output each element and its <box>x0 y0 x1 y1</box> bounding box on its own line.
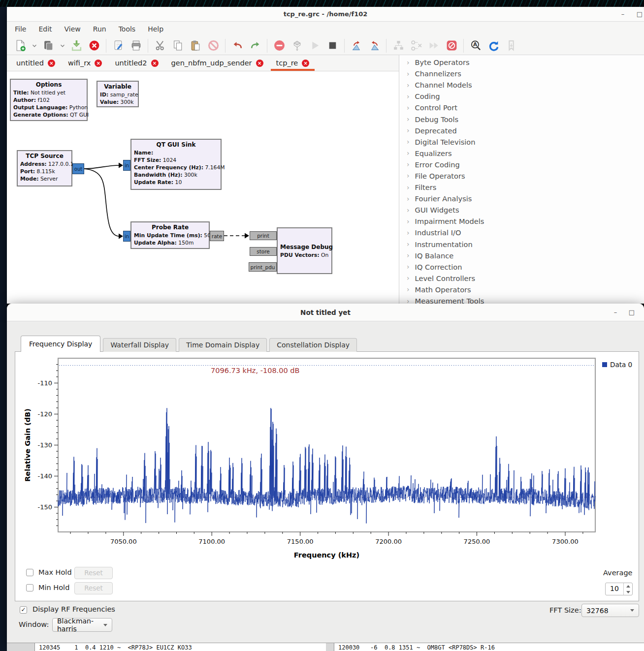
bookmark-icon[interactable] <box>504 38 518 53</box>
fft-size-dropdown[interactable]: 32768 <box>581 604 639 617</box>
spin-down-icon[interactable] <box>624 589 632 595</box>
chevron-right-icon[interactable]: › <box>407 115 410 123</box>
port-print_pdu[interactable]: print_pdu <box>249 262 277 272</box>
play-icon[interactable] <box>307 38 322 53</box>
library-category-equalizers[interactable]: ›Equalizers <box>399 148 644 159</box>
library-category-debug-tools[interactable]: ›Debug Tools <box>399 113 644 124</box>
library-category-coding[interactable]: ›Coding <box>399 91 644 102</box>
min-hold-reset-button[interactable]: Reset <box>74 582 113 594</box>
chevron-right-icon[interactable]: › <box>407 104 410 112</box>
frequency-plot[interactable]: 7050.007100.007150.007200.007250.007300.… <box>15 352 640 602</box>
chevron-down-icon[interactable] <box>59 38 66 53</box>
library-category-file-operators[interactable]: ›File Operators <box>399 170 644 182</box>
maximize-button[interactable]: □ <box>633 7 644 22</box>
reload-icon[interactable] <box>486 38 501 53</box>
chevron-right-icon[interactable]: › <box>407 160 410 168</box>
hier-disconnect-icon[interactable] <box>409 38 423 53</box>
block-options[interactable]: OptionsTitle: Not titled yetAuthor: f102… <box>10 79 88 121</box>
block-tcp_source[interactable]: TCP SourceAddress: 127.0.0.1Port: 8.115k… <box>17 150 72 186</box>
maximize-button[interactable]: □ <box>625 304 638 321</box>
frequency-display-panel[interactable]: 7050.007100.007150.007200.007250.007300.… <box>15 351 639 601</box>
minimize-button[interactable]: – <box>609 304 622 321</box>
max-hold-checkbox[interactable] <box>26 569 33 576</box>
find-icon[interactable]: A <box>468 38 483 53</box>
port-out[interactable]: out <box>72 163 84 174</box>
chevron-right-icon[interactable]: › <box>407 149 410 157</box>
block-qt_gui_sink[interactable]: QT GUI SinkName: FFT Size: 1024Center Fr… <box>130 139 222 190</box>
copy-icon[interactable] <box>170 38 185 53</box>
close-file-icon[interactable] <box>87 38 101 53</box>
library-category-iq-balance[interactable]: ›IQ Balance <box>399 250 644 261</box>
doc-tab-untitled[interactable]: untitled× <box>10 55 62 71</box>
minimize-button[interactable]: – <box>616 7 629 22</box>
library-category-error-coding[interactable]: ›Error Coding <box>399 159 644 170</box>
print-icon[interactable] <box>129 38 143 53</box>
library-category-byte-operators[interactable]: ›Byte Operators <box>399 57 644 68</box>
gui-titlebar[interactable]: Not titled yet – □ <box>7 304 644 321</box>
library-category-instrumentation[interactable]: ›Instrumentation <box>399 239 644 250</box>
spin-up-icon[interactable] <box>624 583 632 589</box>
port-store[interactable]: store <box>250 247 277 256</box>
menu-help[interactable]: Help <box>148 25 163 33</box>
stop-icon[interactable] <box>325 38 340 53</box>
menu-view[interactable]: View <box>64 25 81 33</box>
spin-buttons[interactable] <box>623 583 632 595</box>
chevron-down-icon[interactable] <box>31 38 38 53</box>
close-tab-icon[interactable]: × <box>151 60 159 67</box>
chevron-right-icon[interactable]: › <box>407 274 410 282</box>
chevron-right-icon[interactable]: › <box>407 126 410 134</box>
block-message_debug[interactable]: Message DebugPDU Vectors: On <box>277 227 332 274</box>
rotate-cw-icon[interactable] <box>367 38 382 53</box>
chevron-right-icon[interactable]: › <box>407 138 410 146</box>
properties-icon[interactable] <box>111 38 126 53</box>
chevron-right-icon[interactable]: › <box>407 285 410 293</box>
tab-frequency-display[interactable]: Frequency Display <box>21 336 100 352</box>
menu-file[interactable]: File <box>15 25 26 33</box>
chevron-right-icon[interactable]: › <box>407 195 410 203</box>
chevron-right-icon[interactable]: › <box>407 263 410 271</box>
chevron-right-icon[interactable]: › <box>407 251 410 259</box>
max-hold-reset-button[interactable]: Reset <box>74 567 113 579</box>
chevron-right-icon[interactable]: › <box>407 217 410 225</box>
generate-icon[interactable] <box>290 38 304 53</box>
chevron-right-icon[interactable]: › <box>407 93 410 100</box>
window-dropdown[interactable]: Blackman-harris <box>52 618 112 632</box>
library-category-industrial-i-o[interactable]: ›Industrial I/O <box>399 227 644 238</box>
display-rf-checkbox[interactable]: ✓ <box>20 606 27 614</box>
kill-icon[interactable] <box>444 38 459 53</box>
chevron-right-icon[interactable]: › <box>407 70 410 78</box>
library-category-deprecated[interactable]: ›Deprecated <box>399 125 644 136</box>
library-category-impairment-models[interactable]: ›Impairment Models <box>399 216 644 227</box>
menu-tools[interactable]: Tools <box>119 25 136 33</box>
chevron-right-icon[interactable]: › <box>407 81 410 89</box>
block-probe_rate[interactable]: Probe RateMin Update Time (ms): 500Updat… <box>130 221 210 249</box>
close-tab-icon[interactable]: × <box>48 60 55 67</box>
port-in[interactable]: in <box>123 160 130 171</box>
menu-run[interactable]: Run <box>93 25 106 33</box>
port-in[interactable]: in <box>123 231 130 242</box>
doc-tab-untitled2[interactable]: untitled2× <box>108 55 164 71</box>
menu-edit[interactable]: Edit <box>38 25 52 33</box>
library-category-gui-widgets[interactable]: ›GUI Widgets <box>399 204 644 216</box>
errors-icon[interactable] <box>272 38 287 53</box>
library-category-channel-models[interactable]: ›Channel Models <box>399 79 644 91</box>
grc-titlebar[interactable]: tcp_re.grc - /home/f102 – □ <box>7 7 644 22</box>
port-rate[interactable]: rate <box>210 231 224 241</box>
doc-tab-gen_nbfm_udp_sender[interactable]: gen_nbfm_udp_sender× <box>165 55 270 71</box>
close-tab-icon[interactable]: × <box>256 60 263 67</box>
library-category-control-port[interactable]: ›Control Port <box>399 102 644 113</box>
rotate-ccw-icon[interactable] <box>349 38 364 53</box>
hier-block-icon[interactable] <box>391 38 406 53</box>
doc-tab-tcp_re[interactable]: tcp_re× <box>270 55 316 71</box>
paste-icon[interactable] <box>188 38 203 53</box>
chevron-right-icon[interactable]: › <box>407 184 410 191</box>
min-hold-checkbox[interactable] <box>26 584 33 591</box>
block-variable[interactable]: VariableID: samp_rateValue: 300k <box>97 81 139 107</box>
chevron-right-icon[interactable]: › <box>407 59 410 66</box>
chevron-right-icon[interactable]: › <box>407 229 410 237</box>
open-icon[interactable] <box>41 38 56 53</box>
average-spinbox[interactable]: 10 <box>605 583 633 595</box>
library-category-level-controllers[interactable]: ›Level Controllers <box>399 273 644 284</box>
close-tab-icon[interactable]: × <box>302 60 309 67</box>
chevron-right-icon[interactable]: › <box>407 172 410 180</box>
